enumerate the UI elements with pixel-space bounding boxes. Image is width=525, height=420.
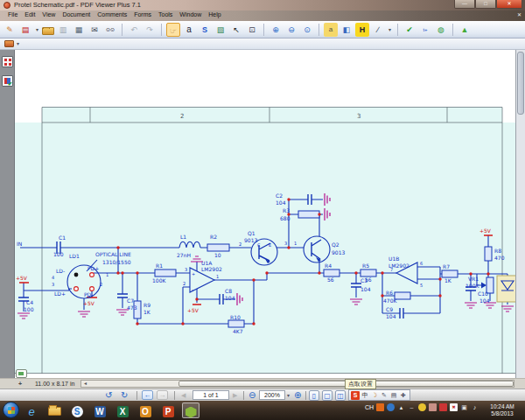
sticky-note-icon[interactable]: a (324, 23, 338, 37)
tray-volume-icon[interactable]: ♪ (471, 403, 479, 411)
vertical-scrollbar[interactable] (515, 50, 525, 378)
tray-show-hidden-icon[interactable]: ▴ (397, 403, 405, 411)
schematic-label: 1K (144, 309, 151, 315)
language-indicator[interactable]: CH (365, 404, 374, 410)
schematic-label: 3 (357, 113, 360, 120)
menu-document[interactable]: Document (59, 10, 94, 21)
close-button[interactable]: ✕ (496, 0, 522, 9)
close-document-icon[interactable]: ✕ (517, 11, 522, 18)
history-back-button[interactable]: ← (142, 390, 153, 400)
image-icon[interactable]: ▧ (214, 23, 228, 37)
taskbar-powerpoint-icon[interactable]: P (159, 402, 177, 418)
scroll-left-arrow-icon[interactable]: ◂ (81, 381, 89, 387)
tray-network-icon[interactable] (387, 403, 395, 411)
highlight-icon[interactable]: H (355, 23, 369, 37)
actual-size-button[interactable]: ▯ (309, 390, 319, 401)
taskbar-explorer-icon[interactable] (46, 402, 63, 418)
stamp-tool-icon[interactable] (4, 40, 14, 47)
tray-window-icon[interactable]: ▣ (460, 403, 468, 411)
document-page[interactable]: INC1100L127nHR210Q190132CE31Q29013C2104R… (15, 50, 515, 378)
hand-tool-icon[interactable]: ☞ (166, 23, 180, 37)
insert-text-icon[interactable]: t+ (418, 23, 432, 37)
zoom-level-box[interactable]: 200% (259, 390, 285, 400)
menu-view[interactable]: View (38, 10, 59, 21)
menu-tools[interactable]: Tools (155, 10, 176, 21)
rotate-cw-icon[interactable]: ↻ (121, 389, 128, 402)
pages-panel-button[interactable] (2, 56, 13, 67)
history-forward-button[interactable]: → (157, 390, 168, 400)
comment-bubble-icon[interactable] (16, 369, 27, 378)
rotate-ccw-icon[interactable]: ↺ (105, 389, 112, 402)
tray-sogou-icon[interactable] (376, 403, 384, 411)
select-arrow-icon[interactable]: ↖ (229, 23, 243, 37)
menu-comments[interactable]: Comments (94, 10, 130, 21)
verify-panel-button[interactable]: ✔ (2, 75, 13, 87)
schematic-label: C9 (386, 306, 393, 312)
tray-user-icon[interactable] (429, 403, 437, 411)
crop-icon[interactable]: ⊡ (245, 23, 259, 37)
menu-window[interactable]: Window (176, 10, 205, 21)
pencil-dropdown-icon[interactable]: ▾ (387, 23, 393, 37)
horizontal-scrollbar[interactable]: ◂ (80, 380, 514, 388)
maximize-button[interactable]: □ (475, 0, 496, 9)
save-icon[interactable]: ▥ (56, 23, 70, 37)
ime-tools-icon[interactable]: ✚ (399, 391, 408, 400)
taskbar-ie-icon[interactable]: e (23, 402, 40, 418)
ime-pen-icon[interactable]: ✎ (380, 391, 388, 400)
schematic-label: R10 (230, 314, 241, 320)
magnifier-icon[interactable]: ⊙ (300, 23, 314, 37)
typewriter-text-icon[interactable]: a (182, 23, 196, 37)
menu-edit[interactable]: Edit (21, 10, 38, 21)
taskbar-sogou-icon[interactable]: S (68, 402, 86, 418)
zoom-out-icon[interactable]: ⊖ (284, 23, 298, 37)
schematic-label: Q2 (332, 242, 340, 248)
ime-keyboard-icon[interactable]: ▤ (389, 391, 398, 400)
zoom-in-icon[interactable]: ⊕ (269, 23, 283, 37)
stamp-s-icon[interactable]: S (198, 23, 212, 37)
page-number-box[interactable]: 1 of 1 (192, 390, 229, 400)
find-binoculars-icon[interactable]: ⊙⊙ (103, 23, 117, 37)
pencil-line-icon[interactable]: ∕ (371, 23, 385, 37)
minimize-button[interactable]: — (454, 0, 475, 9)
open-folder-icon[interactable] (42, 27, 54, 35)
fit-width-button[interactable]: ◫ (335, 390, 346, 401)
menu-forms[interactable]: Forms (130, 10, 155, 21)
zoom-in-icon[interactable]: ⊕ (294, 389, 301, 402)
ime-moon-icon[interactable]: ☽ (370, 391, 379, 400)
fit-page-button[interactable]: ▢ (322, 390, 332, 401)
start-button[interactable] (3, 402, 19, 418)
zoom-dropdown-icon[interactable]: ▾ (287, 389, 290, 402)
check-approve-icon[interactable]: ✔ (402, 23, 416, 37)
vertical-scrollbar-thumb[interactable] (517, 52, 524, 115)
new-dropdown-icon[interactable]: ▾ (34, 23, 40, 37)
taskbar-excel-icon[interactable]: X (114, 402, 131, 418)
tray-update-icon[interactable] (418, 403, 426, 411)
publish-globe-icon[interactable]: ◍ (434, 23, 448, 37)
taskbar-clock[interactable]: 10:24 AM 5/8/2013 (481, 403, 523, 417)
menu-file[interactable]: File (4, 10, 21, 21)
tray-flag-icon[interactable]: ✖ (450, 403, 458, 411)
ime-sogou-icon[interactable]: S (351, 391, 360, 400)
tray-dash-icon[interactable]: – (408, 403, 416, 411)
menu-help[interactable]: Help (205, 10, 224, 21)
schematic-label: 100K (152, 277, 166, 284)
taskbar-word-icon[interactable]: W (91, 402, 108, 418)
schematic-label: E (269, 242, 271, 248)
next-page-icon[interactable]: ▶ (233, 389, 237, 402)
redo-icon[interactable]: ↷ (143, 23, 157, 37)
send-triangle-icon[interactable]: ▲ (458, 23, 472, 37)
stamp-dropdown-icon[interactable]: ▾ (17, 40, 19, 46)
tray-security-icon[interactable] (439, 403, 447, 411)
text-field-icon[interactable]: ◧ (340, 23, 354, 37)
undo-icon[interactable]: ↶ (127, 23, 141, 37)
ime-mode-cn-icon[interactable]: 中 (360, 391, 369, 400)
prev-page-icon[interactable]: ◀ (181, 389, 186, 402)
schematic-label: 104 (360, 286, 371, 292)
email-pdf-icon[interactable]: ✉ (88, 23, 102, 37)
taskbar-outlook-icon[interactable]: O (136, 402, 154, 418)
annotate-pencil-icon[interactable]: ✎ (3, 23, 17, 37)
zoom-out-icon[interactable]: ⊖ (248, 389, 256, 402)
taskbar-pdfviewer-icon[interactable] (182, 402, 200, 418)
print-icon[interactable]: ▦ (72, 23, 86, 37)
new-pdf-icon[interactable]: ▤ (18, 23, 32, 37)
